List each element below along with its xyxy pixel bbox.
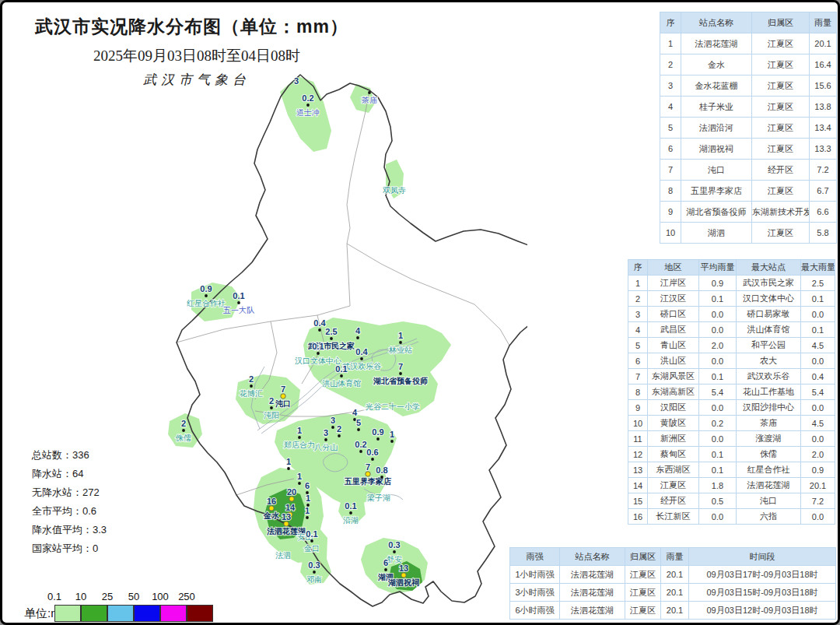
table-cell: 法泗花莲湖 bbox=[681, 33, 752, 54]
table-cell: 0.0 bbox=[801, 431, 835, 447]
precip-areas-light bbox=[168, 76, 451, 594]
station-dot bbox=[340, 374, 343, 377]
station-dot bbox=[359, 450, 362, 453]
table-row: 13东西湖区0.1红星合作社0.9 bbox=[628, 462, 835, 478]
table-cell: 10 bbox=[628, 416, 648, 431]
table-cell: 20.1 bbox=[810, 33, 837, 54]
station-name: 八分山 bbox=[314, 443, 338, 451]
station-dot bbox=[205, 294, 208, 297]
table-row: 9湖北省预备役师东湖新技术开发区6.6 bbox=[660, 202, 837, 223]
table-cell: 2 bbox=[660, 54, 681, 75]
table-cell: 东湖高新区 bbox=[648, 384, 699, 400]
table-row: 1江岸区0.9武汉市民之家2.5 bbox=[628, 276, 835, 291]
station-name: 侏儒 bbox=[175, 434, 191, 442]
table-cell: 0.0 bbox=[699, 322, 737, 338]
table-cell: 16.4 bbox=[810, 54, 837, 75]
station-dot bbox=[390, 440, 394, 443]
table-cell: 湖泗祝祠 bbox=[681, 139, 752, 160]
time-range-subtitle: 2025年09月03日08时至04日08时 bbox=[49, 46, 345, 66]
table-cell: 20.1 bbox=[661, 566, 689, 584]
station-dot bbox=[287, 467, 290, 470]
station-value: 3 bbox=[294, 76, 299, 86]
table-cell: 4.5 bbox=[801, 338, 835, 353]
table-cell: 8 bbox=[660, 181, 681, 202]
table-cell: 0.1 bbox=[801, 291, 835, 307]
station-value: 2.5 bbox=[325, 327, 337, 336]
station-value: 6 bbox=[383, 558, 388, 567]
station-value: 1 bbox=[286, 457, 291, 466]
station-dot bbox=[182, 429, 185, 432]
table-cell: 东湖风景区 bbox=[648, 369, 699, 384]
stat-line: 国家站平均：0 bbox=[32, 539, 107, 558]
table-cell: 蔡甸区 bbox=[648, 447, 699, 462]
station-name: 光谷二十一小学 bbox=[366, 402, 420, 411]
map-station: 梁子湖 bbox=[367, 493, 390, 502]
legend-threshold: 10 bbox=[68, 591, 94, 602]
table-cell: 1 bbox=[660, 33, 681, 54]
table-cell: 洪山体育馆 bbox=[737, 322, 801, 338]
station-dot bbox=[250, 384, 253, 388]
table-cell: 六指 bbox=[737, 509, 801, 525]
table-cell: 青山区 bbox=[648, 338, 699, 353]
station-value: 0.4 bbox=[313, 318, 326, 328]
table-cell: 法泗花莲湖 bbox=[560, 584, 625, 602]
station-value: 1 bbox=[305, 506, 310, 515]
station-value: 0.9 bbox=[372, 427, 383, 437]
table-cell: 江夏区 bbox=[752, 75, 810, 97]
station-value: 6 bbox=[305, 481, 310, 490]
table-cell: 0.1 bbox=[699, 369, 737, 384]
station-value: 3 bbox=[331, 416, 335, 425]
table-cell: 桂子米业 bbox=[681, 97, 752, 118]
stat-line: 降水站：64 bbox=[32, 465, 107, 483]
table-cell: 2.5 bbox=[801, 276, 835, 291]
station-value: 0.3 bbox=[308, 560, 320, 570]
table-row: 15经开区0.5沌口7.2 bbox=[628, 493, 835, 509]
table-row: 3小时雨强法泗花莲湖江夏区20.109月03日15时-09月03日18时 bbox=[510, 584, 836, 602]
table-cell: 五里界李家店 bbox=[681, 181, 752, 202]
station-name: 沿湖 bbox=[343, 516, 359, 525]
station-value: 0.3 bbox=[388, 540, 400, 550]
station-statistics: 总站数：336降水站：64无降水站：272全市平均：0.6降水值平均：3.3国家… bbox=[32, 446, 107, 558]
table-cell: 0.0 bbox=[699, 353, 737, 369]
table-cell: 09月03日12时-09月03日18时 bbox=[689, 602, 836, 620]
table-cell: 10 bbox=[660, 223, 681, 244]
station-dot bbox=[310, 539, 313, 542]
table-cell: 9 bbox=[628, 400, 648, 416]
table-header-row: 序地区平均雨量最大站点最大雨量 bbox=[628, 260, 835, 276]
table-cell: 法泗花莲湖 bbox=[560, 602, 625, 620]
table-cell: 6.6 bbox=[810, 202, 837, 223]
top-stations-table: 序站点名称归属区雨量1法泗花莲湖江夏区20.12金水江夏区16.43金水花蓝棚江… bbox=[660, 12, 837, 244]
column-header: 站点名称 bbox=[560, 548, 625, 566]
table-cell: 武汉欢乐谷 bbox=[737, 369, 801, 384]
table-row: 5法泗沿河江夏区13.4 bbox=[660, 118, 837, 139]
table-cell: 茶庙 bbox=[737, 416, 801, 431]
table-cell: 7 bbox=[660, 160, 681, 181]
table-row: 12蔡甸区0.1侏儒2.0 bbox=[628, 447, 835, 462]
station-dot-highlight bbox=[281, 394, 285, 399]
table-cell: 花山工作基地 bbox=[737, 384, 801, 400]
table-cell: 0.0 bbox=[699, 431, 737, 447]
station-value: 7 bbox=[281, 384, 285, 394]
table-cell: 武汉市民之家 bbox=[737, 276, 801, 291]
station-value: 7 bbox=[398, 362, 403, 371]
table-cell: 0.0 bbox=[699, 400, 737, 416]
station-dot bbox=[360, 357, 363, 360]
table-cell: 江夏区 bbox=[752, 54, 810, 75]
station-value: 7 bbox=[366, 462, 370, 472]
table-cell: 0.0 bbox=[699, 307, 737, 322]
table-cell: 9 bbox=[660, 202, 681, 223]
station-name: 洪山体育馆 bbox=[322, 379, 361, 388]
station-name: 红星合作社 bbox=[187, 299, 226, 307]
table-cell: 江夏区 bbox=[648, 478, 699, 493]
station-value: 1 bbox=[390, 430, 394, 439]
table-cell: 江夏区 bbox=[625, 584, 661, 602]
table-cell: 2 bbox=[628, 291, 648, 307]
column-header: 雨量 bbox=[661, 548, 689, 566]
table-row: 11新洲区0.0涨渡湖0.0 bbox=[628, 431, 835, 447]
station-value: 1 bbox=[398, 331, 403, 340]
table-cell: 江夏区 bbox=[752, 33, 810, 54]
column-header: 雨量 bbox=[810, 12, 837, 33]
station-name: 沌阳 bbox=[264, 411, 279, 420]
column-header: 平均雨量 bbox=[699, 260, 737, 276]
table-cell: 6小时雨强 bbox=[510, 602, 560, 620]
